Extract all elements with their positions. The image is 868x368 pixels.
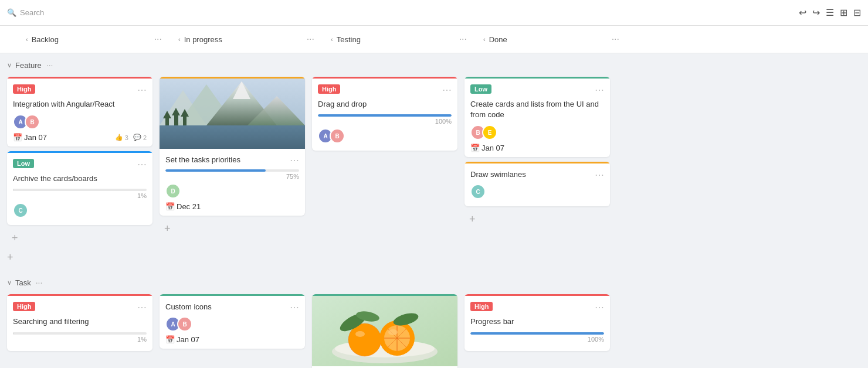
like-icon: 👍: [115, 134, 123, 141]
layout-icon[interactable]: ⊟: [853, 7, 861, 18]
card-title: Progress bar: [470, 316, 604, 327]
comment-icon: 💬: [133, 134, 141, 141]
avatar: C: [13, 203, 28, 218]
done-menu[interactable]: ···: [612, 34, 619, 45]
card-header: High ⋯: [318, 84, 452, 96]
feature-testing-cell: High ⋯ Drag and drop 100% A B: [312, 77, 457, 151]
svg-point-29: [388, 329, 398, 335]
calendar-icon: 📅: [165, 202, 175, 211]
card-footer: 📅 Jan 07: [165, 335, 299, 344]
backlog-label: Backlog: [32, 35, 59, 44]
grid-view-icon[interactable]: ⊞: [840, 7, 847, 18]
card-meta: 👍 3 💬 2: [115, 134, 147, 141]
card-dragdrop[interactable]: High ⋯ Drag and drop 100% A B: [312, 77, 457, 151]
card-progressbar[interactable]: High ⋯ Progress bar 100%: [464, 294, 610, 350]
card-menu[interactable]: ⋯: [595, 302, 604, 313]
card-menu[interactable]: ⋯: [595, 84, 604, 96]
calendar-icon: 📅: [165, 335, 175, 344]
inprogress-label: In progress: [184, 35, 222, 44]
card-avatars: C: [470, 184, 604, 199]
add-card-inprogress-feature[interactable]: +: [160, 220, 175, 237]
card-menu[interactable]: ⋯: [442, 84, 452, 96]
card-searching[interactable]: High ⋯ Searching and filtering 1%: [7, 294, 152, 350]
progress-label: 100%: [318, 118, 452, 125]
likes: 👍 3: [115, 134, 128, 141]
date-label: Jan 07: [24, 133, 47, 142]
comment-count: 2: [143, 134, 147, 141]
add-card-done-feature[interactable]: +: [464, 211, 480, 228]
card-menu[interactable]: ⋯: [290, 155, 299, 166]
progress-fill: [470, 332, 604, 335]
card-integration[interactable]: High ⋯ Integration with Angular/React A …: [7, 77, 152, 146]
card-menu[interactable]: ⋯: [137, 159, 147, 170]
progress-track: [13, 332, 147, 335]
card-menu[interactable]: ⋯: [290, 302, 299, 313]
undo-icon[interactable]: ↩: [799, 7, 806, 18]
card-menu[interactable]: ⋯: [137, 302, 147, 313]
feature-name: Feature: [15, 61, 42, 70]
card-header: High ⋯: [470, 302, 604, 313]
date-label: Jan 07: [177, 335, 199, 344]
search-icon: 🔍: [7, 8, 16, 17]
testing-label: Testing: [337, 35, 361, 44]
card-citrus[interactable]: [312, 294, 457, 368]
card-footer: 📅 Jan 07 👍 3 💬 2: [13, 133, 147, 142]
progress-wrap: 1%: [13, 189, 147, 199]
card-priorities[interactable]: Set the tasks priorities ⋯ 75% D: [160, 77, 305, 216]
card-swimlanes[interactable]: Draw swimlanes ⋯ C: [464, 162, 610, 206]
feature-menu[interactable]: ···: [46, 60, 53, 70]
card-header: Custom icons ⋯: [165, 302, 299, 313]
progress-label: 1%: [13, 336, 147, 343]
card-menu[interactable]: ⋯: [595, 169, 604, 180]
card-title: Archive the cards/boards: [13, 173, 147, 184]
task-kanban-row: High ⋯ Searching and filtering 1%: [7, 294, 861, 368]
task-menu[interactable]: ···: [36, 278, 43, 287]
card-create-cards[interactable]: Low ⋯ Create cards and lists from the UI…: [464, 77, 610, 157]
list-view-icon[interactable]: ☰: [826, 7, 834, 18]
progress-wrap: 75%: [165, 169, 299, 180]
progress-fill: [13, 189, 14, 191]
add-swimlane-feature[interactable]: +: [7, 249, 13, 266]
avatar: C: [470, 184, 486, 199]
backlog-menu[interactable]: ···: [154, 34, 162, 45]
swimlane-task-label: ∨ Task ···: [7, 275, 861, 289]
add-card-backlog-feature[interactable]: +: [7, 230, 23, 247]
feature-done-cell: Low ⋯ Create cards and lists from the UI…: [464, 77, 610, 228]
avatar: B: [25, 114, 40, 130]
redo-icon[interactable]: ↪: [812, 7, 820, 18]
progress-wrap: 100%: [470, 332, 604, 343]
card-title: Create cards and lists from the UI and f…: [470, 99, 604, 120]
card-image-mountain: [160, 79, 305, 149]
avatar: E: [482, 125, 497, 140]
feature-inprogress-cell: Set the tasks priorities ⋯ 75% D: [160, 77, 305, 237]
backlog-arrow: ‹: [26, 36, 28, 43]
calendar-icon: 📅: [13, 133, 22, 142]
progress-track: [318, 114, 452, 117]
card-title: Custom icons: [165, 302, 212, 312]
search-box[interactable]: 🔍 Search: [7, 8, 44, 17]
progress-track: [165, 169, 299, 172]
priority-badge-low: Low: [13, 159, 34, 168]
priority-badge: Low: [470, 84, 491, 94]
col-header-done: ‹ Done ···: [479, 26, 624, 53]
mountain-svg: [160, 79, 305, 149]
task-name: Task: [15, 278, 31, 287]
card-header: Low ⋯: [470, 84, 604, 96]
card-avatars: A B: [13, 114, 147, 130]
card-header: High ⋯: [13, 84, 147, 96]
card-custom-icons[interactable]: Custom icons ⋯ A B 📅 Jan 07: [160, 294, 305, 349]
card-title: Draw swimlanes: [470, 169, 526, 180]
card-archive[interactable]: Low ⋯ Archive the cards/boards 1% C: [7, 151, 152, 225]
testing-menu[interactable]: ···: [459, 34, 467, 45]
card-title: Integration with Angular/React: [13, 99, 147, 110]
feature-chevron[interactable]: ∨: [7, 62, 12, 69]
progress-fill: [318, 114, 452, 117]
inprogress-menu[interactable]: ···: [307, 34, 314, 45]
topbar-icons: ↩ ↪ ☰ ⊞ ⊟: [799, 7, 861, 18]
card-header: High ⋯: [13, 302, 147, 313]
card-title: Set the tasks priorities: [165, 155, 240, 165]
task-chevron[interactable]: ∨: [7, 279, 12, 287]
feature-kanban-row: High ⋯ Integration with Angular/React A …: [7, 77, 861, 247]
swimlane-feature-label: ∨ Feature ···: [7, 58, 861, 72]
card-menu[interactable]: ⋯: [137, 84, 147, 96]
